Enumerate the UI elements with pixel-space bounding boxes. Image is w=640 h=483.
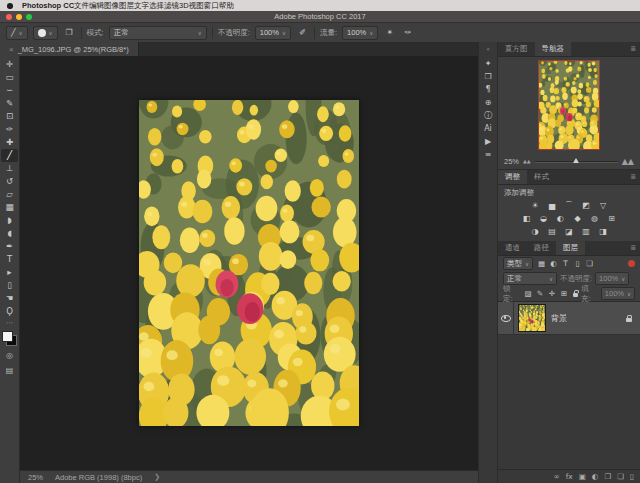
menu-layer[interactable]: 图层 [119,1,134,10]
apple-icon[interactable] [7,3,13,9]
status-options-icon[interactable]: ❯ [154,473,160,481]
stock-icon[interactable]: Ai [481,122,496,135]
tab-layers[interactable]: 图层 [556,241,585,255]
lasso-tool[interactable]: ∽ [1,84,18,97]
eraser-tool[interactable]: ▱ [1,188,18,201]
history-icon[interactable]: ≡ [481,148,496,161]
tab-styles[interactable]: 样式 [527,170,556,184]
pressure-size-icon[interactable]: ✑ [401,27,414,39]
layer-row-background[interactable]: 背景 [498,302,640,335]
menu-window[interactable]: 窗口 [204,1,219,10]
document-image[interactable] [139,100,359,426]
layer-filter-select[interactable]: 类型 ∨ [503,257,533,270]
history-brush-tool[interactable]: ↺ [1,175,18,188]
brush-tool[interactable]: ╱ [1,149,18,162]
eye-icon[interactable] [501,315,511,322]
close-tab-icon[interactable]: × [9,45,14,54]
black-white-icon[interactable]: ◐ [554,213,568,224]
tab-histogram[interactable]: 直方图 [498,42,535,56]
tab-channels[interactable]: 通道 [498,241,527,255]
eyedropper-tool[interactable]: ✑ [1,123,18,136]
menu-3d[interactable]: 3D [179,1,189,10]
gradient-tool[interactable]: ▦ [1,201,18,214]
crop-tool[interactable]: ⊡ [1,110,18,123]
globe-icon[interactable]: ⊕ [481,96,496,109]
navigator-zoom-value[interactable]: 25% [504,157,519,166]
selective-color-icon[interactable]: ◨ [596,226,610,237]
menu-filter[interactable]: 滤镜 [164,1,179,10]
pressure-opacity-icon[interactable]: ✐ [296,27,309,39]
new-layer-icon[interactable]: ❏ [617,473,624,481]
color-balance-icon[interactable]: ◒ [537,213,551,224]
marquee-tool[interactable]: ▭ [1,71,18,84]
panel-menu-icon[interactable]: ≣ [626,170,640,184]
add-mask-icon[interactable]: ▣ [579,473,586,481]
flow-select[interactable]: 100% ∨ [342,26,378,40]
menu-type[interactable]: 文字 [134,1,149,10]
filter-pixel-icon[interactable]: ▦ [536,259,547,269]
opacity-select[interactable]: 100% ∨ [255,26,291,40]
layer-thumbnail[interactable] [518,304,546,332]
blend-mode-select[interactable]: 正常 ∨ [109,26,207,40]
hue-saturation-icon[interactable]: ◧ [520,213,534,224]
learn-icon[interactable]: ✦ [481,57,496,70]
filter-type-icon[interactable]: T [560,259,571,269]
tab-paths[interactable]: 路径 [527,241,556,255]
navigator-proxy-view[interactable] [538,60,600,150]
zoom-in-icon[interactable]: ▲▲ [622,157,634,166]
threshold-icon[interactable]: ◪ [562,226,576,237]
delete-layer-icon[interactable]: ▯ [630,473,634,481]
dodge-tool[interactable]: ◖ [1,227,18,240]
exposure-icon[interactable]: ◩ [579,200,593,211]
type-tool[interactable]: T [1,253,18,266]
color-lookup-icon[interactable]: ⊞ [605,213,619,224]
lock-artboard-icon[interactable]: ⊞ [559,289,570,299]
filter-toggle-icon[interactable] [628,260,635,267]
gradient-map-icon[interactable]: ▥ [579,226,593,237]
filter-smart-object-icon[interactable]: ❏ [584,259,595,269]
navigator-zoom-slider[interactable] [535,157,618,165]
menu-help[interactable]: 帮助 [219,1,234,10]
panel-menu-icon[interactable]: ≣ [626,42,640,56]
menu-view[interactable]: 视图 [189,1,204,10]
spot-healing-tool[interactable]: ✚ [1,136,18,149]
filter-shape-icon[interactable]: ▯ [572,259,583,269]
document-tab[interactable]: × _MG_1096.JPG @ 25%(RGB/8*) [0,42,139,56]
menu-photoshop[interactable]: Photoshop CC [22,1,74,10]
color-swatches[interactable] [2,331,17,346]
new-adjustment-icon[interactable]: ◐ [592,473,599,481]
quick-mask-button[interactable]: ◎ [1,349,18,361]
canvas-area[interactable] [20,56,478,470]
info-icon[interactable]: ⓘ [481,109,496,122]
lock-all-icon[interactable] [573,293,579,297]
brightness-contrast-icon[interactable]: ☀ [528,200,542,211]
libraries-icon[interactable]: ❒ [481,70,496,83]
curves-icon[interactable]: ⌒ [562,200,576,211]
layer-opacity-select[interactable]: 100% ∨ [595,272,629,285]
menu-edit[interactable]: 编辑 [89,1,104,10]
airbrush-icon[interactable]: ✴ [383,27,396,39]
zoom-slider-thumb[interactable] [573,158,579,163]
menu-select[interactable]: 选择 [149,1,164,10]
invert-icon[interactable]: ◑ [528,226,542,237]
shape-tool[interactable]: ▯ [1,279,18,292]
toggle-brush-panel-button[interactable]: ❐ [63,27,76,39]
posterize-icon[interactable]: ▤ [545,226,559,237]
foreground-color-swatch[interactable] [2,331,13,342]
panel-menu-icon[interactable]: ≣ [626,241,640,255]
edit-toolbar-button[interactable]: ⋯ [1,318,18,328]
filter-adjustment-icon[interactable]: ◐ [548,259,559,269]
zoom-out-icon[interactable]: ▲▲ [523,158,531,164]
layer-visibility-cell[interactable] [498,302,514,334]
lock-transparent-icon[interactable]: ▨ [523,289,534,299]
vibrance-icon[interactable]: ▽ [596,200,610,211]
pen-tool[interactable]: ✒ [1,240,18,253]
zoom-level-field[interactable]: 25% [28,473,43,482]
layer-fill-select[interactable]: 100% ∨ [601,287,635,300]
tab-adjustments[interactable]: 调整 [498,170,527,184]
new-group-icon[interactable]: ❐ [604,473,611,481]
screen-mode-button[interactable]: ▤ [1,364,18,376]
notes-icon[interactable]: ¶ [481,83,496,96]
menu-file[interactable]: 文件 [74,1,89,10]
expand-panels-icon[interactable]: « [486,45,490,52]
